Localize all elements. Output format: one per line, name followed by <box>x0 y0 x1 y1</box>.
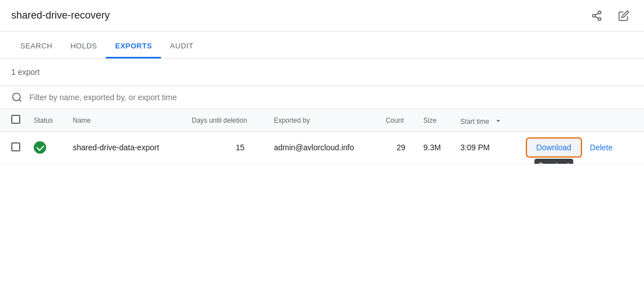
download-tooltip: Download <box>534 159 573 164</box>
svg-line-6 <box>19 100 21 102</box>
row-size: 9.3M <box>417 132 454 164</box>
download-tooltip-wrap: Download Download <box>527 138 581 156</box>
row-count: 29 <box>379 132 417 164</box>
row-status <box>27 132 66 164</box>
col-status: Status <box>27 109 66 132</box>
download-button[interactable]: Download <box>527 138 581 156</box>
tab-holds[interactable]: HOLDS <box>61 35 106 59</box>
exports-table: Status Name Days until deletion Exported… <box>0 109 644 164</box>
row-checkbox[interactable] <box>11 142 20 151</box>
svg-point-1 <box>593 14 596 17</box>
row-days-until-deletion: 15 <box>185 132 267 164</box>
actions-cell: Download Download Delete <box>527 138 637 156</box>
share-icon <box>591 10 602 21</box>
col-name: Name <box>66 109 185 132</box>
top-bar: shared-drive-recovery <box>0 0 644 32</box>
row-name: shared-drive-data-export <box>66 132 185 164</box>
status-complete-icon <box>34 141 46 154</box>
share-button[interactable] <box>588 7 606 25</box>
col-start-time[interactable]: Start time <box>454 109 520 132</box>
svg-point-5 <box>13 93 20 101</box>
svg-point-0 <box>598 11 601 14</box>
tab-search[interactable]: SEARCH <box>11 35 61 59</box>
delete-button[interactable]: Delete <box>585 139 617 156</box>
table-header-row: Status Name Days until deletion Exported… <box>0 109 644 132</box>
tab-exports[interactable]: EXPORTS <box>106 35 161 59</box>
edit-icon <box>618 10 629 21</box>
col-exported-by: Exported by <box>267 109 379 132</box>
search-icon <box>11 92 23 103</box>
col-actions <box>520 109 644 132</box>
select-all-header[interactable] <box>0 109 27 132</box>
edit-button[interactable] <box>615 7 633 25</box>
tab-audit[interactable]: AUDIT <box>161 35 203 59</box>
svg-line-4 <box>595 13 598 15</box>
search-bar <box>0 86 644 109</box>
header-actions <box>588 7 633 25</box>
svg-line-3 <box>595 16 598 18</box>
export-count: 1 export <box>0 59 644 86</box>
col-count: Count <box>379 109 417 132</box>
col-size: Size <box>417 109 454 132</box>
page-title: shared-drive-recovery <box>11 10 110 21</box>
table-row: shared-drive-data-export 15 admin@avlorc… <box>0 132 644 164</box>
tabs-bar: SEARCH HOLDS EXPORTS AUDIT <box>0 32 644 59</box>
row-exported-by: admin@avlorcloud.info <box>267 132 379 164</box>
row-checkbox-cell[interactable] <box>0 132 27 164</box>
sort-icon <box>494 115 503 124</box>
search-input[interactable] <box>29 93 254 102</box>
select-all-checkbox[interactable] <box>11 115 20 124</box>
svg-point-2 <box>598 17 601 20</box>
col-days-until-deletion: Days until deletion <box>185 109 267 132</box>
row-actions: Download Download Delete <box>520 132 644 164</box>
row-start-time: 3:09 PM <box>454 132 520 164</box>
